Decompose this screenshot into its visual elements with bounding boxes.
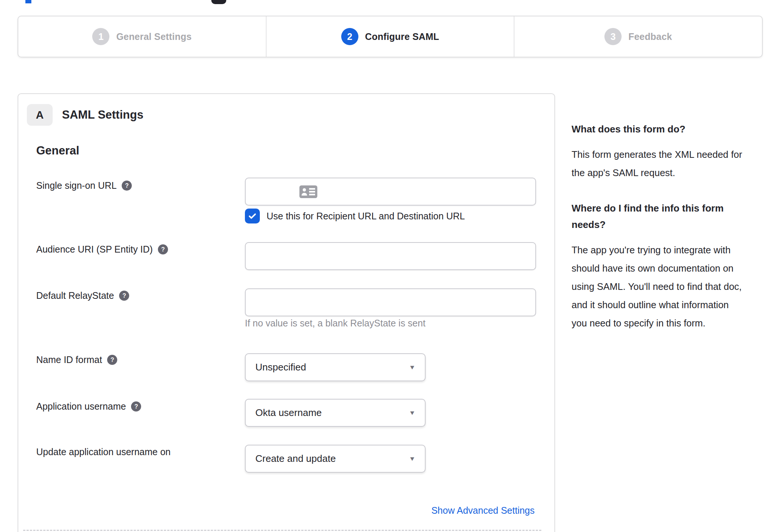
- app-username-label: Application username: [36, 401, 126, 412]
- checkmark-icon: [248, 211, 257, 221]
- step-configure-saml[interactable]: 2 Configure SAML: [266, 16, 514, 57]
- sidebar-heading-where: Where do I find the info this form needs…: [572, 200, 746, 233]
- relaystate-label-row: Default RelayState ?: [36, 290, 129, 301]
- sso-url-input[interactable]: [245, 178, 536, 206]
- step-general-settings[interactable]: 1 General Settings: [18, 16, 266, 57]
- audience-uri-label-row: Audience URI (SP Entity ID) ?: [36, 244, 168, 255]
- update-username-label: Update application username on: [36, 447, 171, 457]
- caret-down-icon: ▼: [409, 364, 426, 371]
- step-feedback[interactable]: 3 Feedback: [514, 16, 762, 57]
- cutoff-dark-icon-fragment: [211, 0, 226, 4]
- saml-wizard-screen: 1 General Settings 2 Configure SAML 3 Fe…: [0, 0, 781, 532]
- relaystate-input[interactable]: [245, 288, 536, 316]
- question-mark-icon[interactable]: ?: [158, 244, 168, 254]
- update-username-select[interactable]: Create and update ▼: [245, 445, 426, 473]
- section-a-badge: A: [27, 104, 53, 126]
- step-1-number: 1: [92, 28, 109, 45]
- relaystate-label: Default RelayState: [36, 290, 114, 301]
- update-username-label-row: Update application username on: [36, 447, 171, 457]
- question-mark-icon[interactable]: ?: [119, 291, 129, 301]
- question-mark-icon[interactable]: ?: [122, 181, 132, 191]
- step-2-number: 2: [341, 28, 358, 45]
- step-3-label: Feedback: [628, 31, 672, 42]
- dashed-separator: [23, 530, 541, 531]
- nameid-format-select[interactable]: Unspecified ▼: [245, 353, 426, 381]
- sidebar-body-what: This form generates the XML needed for t…: [572, 145, 746, 182]
- audience-uri-label: Audience URI (SP Entity ID): [36, 244, 153, 255]
- saml-settings-card: A SAML Settings General Single sign-on U…: [18, 93, 555, 532]
- caret-down-icon: ▼: [409, 456, 426, 462]
- step-1-label: General Settings: [116, 31, 192, 42]
- use-for-recipient-label: Use this for Recipient URL and Destinati…: [267, 209, 465, 223]
- nameid-format-value: Unspecified: [246, 362, 410, 373]
- wizard-stepper: 1 General Settings 2 Configure SAML 3 Fe…: [18, 16, 763, 57]
- help-sidebar: What does this form do? This form genera…: [572, 121, 746, 350]
- card-title: SAML Settings: [62, 104, 143, 126]
- question-mark-icon[interactable]: ?: [107, 355, 117, 365]
- step-2-label: Configure SAML: [365, 31, 439, 42]
- show-advanced-settings-link[interactable]: Show Advanced Settings: [431, 505, 535, 516]
- cutoff-blue-fragment: [25, 0, 31, 3]
- nameid-format-label: Name ID format: [36, 354, 102, 365]
- update-username-value: Create and update: [246, 453, 410, 464]
- audience-uri-input[interactable]: [245, 242, 536, 270]
- sidebar-heading-what: What does this form do?: [572, 121, 746, 137]
- app-username-label-row: Application username ?: [36, 401, 141, 412]
- caret-down-icon: ▼: [409, 410, 426, 416]
- relaystate-helper-text: If no value is set, a blank RelayState i…: [245, 318, 426, 329]
- sidebar-body-where: The app you're trying to integrate with …: [572, 241, 746, 332]
- sso-url-label: Single sign-on URL: [36, 180, 116, 191]
- general-section-heading: General: [36, 144, 79, 157]
- nameid-format-label-row: Name ID format ?: [36, 354, 117, 365]
- app-username-value: Okta username: [246, 407, 410, 419]
- sso-url-label-row: Single sign-on URL ?: [36, 180, 132, 191]
- question-mark-icon[interactable]: ?: [131, 401, 141, 411]
- step-3-number: 3: [604, 28, 622, 45]
- use-for-recipient-checkbox[interactable]: [245, 209, 260, 223]
- app-username-select[interactable]: Okta username ▼: [245, 399, 426, 427]
